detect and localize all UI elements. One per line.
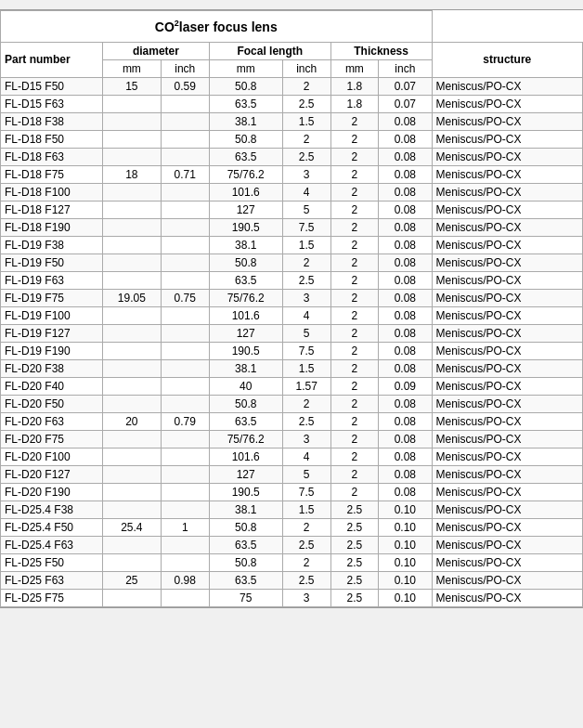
table-cell: FL-D25 F75	[1, 589, 103, 606]
table-cell: FL-D18 F38	[1, 112, 103, 130]
title-row: CO2laser focus lens	[1, 11, 583, 43]
table-cell	[161, 112, 209, 130]
table-cell: 50.8	[209, 395, 282, 412]
table-cell: FL-D18 F50	[1, 130, 103, 148]
table-cell: 63.5	[209, 271, 282, 289]
table-row: FL-D18 F3838.11.520.08Meniscus/PO-CX	[1, 112, 583, 130]
table-cell: 2	[282, 395, 330, 412]
table-cell: Meniscus/PO-CX	[432, 271, 582, 289]
table-cell	[103, 236, 162, 254]
table-row: FL-D19 F190190.57.520.08Meniscus/PO-CX	[1, 342, 583, 359]
table-cell: Meniscus/PO-CX	[432, 324, 582, 342]
table-cell	[103, 483, 162, 500]
table-cell: Meniscus/PO-CX	[432, 430, 582, 448]
table-cell: 75/76.2	[209, 430, 282, 448]
table-cell: 50.8	[209, 518, 282, 536]
table-row: FL-D25 F757532.50.10Meniscus/PO-CX	[1, 589, 583, 606]
table-cell	[103, 130, 162, 148]
table-cell: 0.08	[379, 395, 432, 412]
table-title: CO2laser focus lens	[1, 11, 433, 43]
table-cell: 0.08	[379, 448, 432, 465]
table-cell: Meniscus/PO-CX	[432, 342, 582, 359]
table-cell: 0.08	[379, 148, 432, 165]
table-cell: 127	[209, 465, 282, 483]
table-cell: FL-D20 F190	[1, 483, 103, 500]
table-cell: 25	[103, 571, 162, 589]
table-cell: 2	[330, 465, 378, 483]
table-cell: 50.8	[209, 77, 282, 95]
table-cell	[103, 342, 162, 359]
table-cell: 1.8	[330, 95, 378, 112]
table-cell: Meniscus/PO-CX	[432, 218, 582, 236]
table-row: FL-D25.4 F6363.52.52.50.10Meniscus/PO-CX	[1, 536, 583, 553]
table-cell: FL-D19 F190	[1, 342, 103, 359]
table-cell: FL-D25.4 F63	[1, 536, 103, 553]
table-cell: FL-D20 F75	[1, 430, 103, 448]
table-cell: 3	[282, 165, 330, 183]
table-cell: 2.5	[282, 271, 330, 289]
table-row: FL-D25 F63250.9863.52.52.50.10Meniscus/P…	[1, 571, 583, 589]
table-cell: 2.5	[330, 553, 378, 571]
table-cell: 2.5	[330, 536, 378, 553]
table-cell: 0.10	[379, 571, 432, 589]
table-cell: 0.08	[379, 201, 432, 218]
table-cell: 0.08	[379, 218, 432, 236]
table-cell	[161, 500, 209, 518]
table-cell: 0.08	[379, 165, 432, 183]
table-cell: FL-D18 F190	[1, 218, 103, 236]
subheader-diam-mm: mm	[103, 59, 162, 77]
table-cell: 0.08	[379, 359, 432, 377]
table-cell	[161, 130, 209, 148]
table-row: FL-D20 F100101.6420.08Meniscus/PO-CX	[1, 448, 583, 465]
table-cell	[103, 254, 162, 271]
table-row: FL-D19 F100101.6420.08Meniscus/PO-CX	[1, 306, 583, 324]
table-cell	[103, 95, 162, 112]
table-cell: FL-D25 F63	[1, 571, 103, 589]
subheader-diam-inch: inch	[161, 59, 209, 77]
table-cell: Meniscus/PO-CX	[432, 553, 582, 571]
table-cell: 15	[103, 77, 162, 95]
table-row: FL-D18 F127127520.08Meniscus/PO-CX	[1, 201, 583, 218]
table-cell: Meniscus/PO-CX	[432, 306, 582, 324]
table-cell: 75	[209, 589, 282, 606]
table-cell: 0.71	[161, 165, 209, 183]
table-cell: 3	[282, 289, 330, 306]
table-cell	[103, 112, 162, 130]
table-cell: 0.10	[379, 518, 432, 536]
table-cell: 2	[330, 395, 378, 412]
table-cell	[161, 271, 209, 289]
table-cell: 0.79	[161, 412, 209, 430]
table-cell: Meniscus/PO-CX	[432, 236, 582, 254]
table-cell: Meniscus/PO-CX	[432, 500, 582, 518]
table-row: FL-D19 F5050.8220.08Meniscus/PO-CX	[1, 254, 583, 271]
table-cell: 5	[282, 324, 330, 342]
table-cell: Meniscus/PO-CX	[432, 77, 582, 95]
table-cell	[161, 148, 209, 165]
table-cell: FL-D20 F63	[1, 412, 103, 430]
table-cell: 2	[330, 218, 378, 236]
product-table: CO2laser focus lens Part number diameter…	[0, 10, 583, 607]
table-cell: 38.1	[209, 112, 282, 130]
table-cell: FL-D25.4 F50	[1, 518, 103, 536]
table-cell: Meniscus/PO-CX	[432, 254, 582, 271]
table-row: FL-D19 F6363.52.520.08Meniscus/PO-CX	[1, 271, 583, 289]
table-cell: 2	[330, 448, 378, 465]
table-cell: 0.08	[379, 324, 432, 342]
table-cell	[103, 553, 162, 571]
table-cell: 7.5	[282, 218, 330, 236]
table-cell	[103, 324, 162, 342]
table-cell: 2	[282, 518, 330, 536]
table-cell: Meniscus/PO-CX	[432, 518, 582, 536]
table-cell: FL-D19 F100	[1, 306, 103, 324]
table-cell: 0.10	[379, 553, 432, 571]
table-row: FL-D19 F127127520.08Meniscus/PO-CX	[1, 324, 583, 342]
table-row: FL-D20 F127127520.08Meniscus/PO-CX	[1, 465, 583, 483]
table-cell: 1.5	[282, 112, 330, 130]
table-cell: 2.5	[282, 536, 330, 553]
table-cell: 0.10	[379, 500, 432, 518]
table-cell	[161, 589, 209, 606]
table-cell	[161, 430, 209, 448]
table-cell: FL-D25 F50	[1, 553, 103, 571]
table-cell: 2	[330, 236, 378, 254]
table-cell: Meniscus/PO-CX	[432, 412, 582, 430]
